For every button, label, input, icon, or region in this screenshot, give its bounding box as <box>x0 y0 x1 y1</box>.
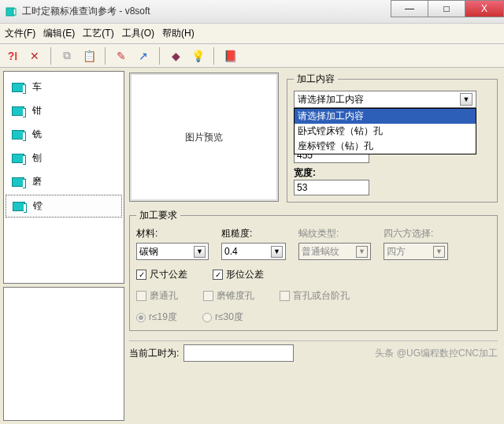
group-legend: 加工要求 <box>136 209 180 222</box>
nav-item-lathe[interactable]: 车 <box>6 76 122 98</box>
book-icon[interactable]: ◆ <box>166 46 185 65</box>
book-icon <box>12 154 24 163</box>
chevron-down-icon: ▼ <box>271 246 283 258</box>
minimize-button[interactable]: — <box>391 0 428 17</box>
roughness-label: 粗糙度: <box>221 227 286 240</box>
app-icon <box>5 6 17 18</box>
current-time-label: 当前工时为: <box>129 347 179 360</box>
watermark-text: 头条 @UG编程数控CNC加工 <box>375 347 498 360</box>
nav-item-bench[interactable]: 钳 <box>6 100 122 121</box>
group-legend: 加工内容 <box>294 73 338 86</box>
thread-type-combo: 普通蜗纹▼ <box>298 243 371 260</box>
combo-value: 请选择加工内容 <box>298 93 364 106</box>
nav-item-grind[interactable]: 磨 <box>6 171 122 192</box>
copy-icon[interactable]: ⧉ <box>57 46 76 65</box>
book-icon <box>12 130 24 139</box>
separator-icon <box>213 47 214 65</box>
svg-rect-1 <box>13 9 16 15</box>
paste-icon[interactable]: 📋 <box>80 46 98 65</box>
bulb-icon[interactable]: 💡 <box>188 46 207 65</box>
separator-icon <box>105 47 106 65</box>
combo-dropdown: 请选择加工内容 卧式镗床镗（钻）孔 座标镗镗（钻）孔 <box>294 108 476 154</box>
taper-hole-checkbox: 磨锥度孔 <box>203 289 254 303</box>
chevron-down-icon: ▼ <box>356 246 368 258</box>
nav-label: 镗 <box>33 199 43 213</box>
close-button[interactable]: X <box>465 0 504 17</box>
square-label: 四六方选择: <box>384 227 448 240</box>
current-time-input[interactable] <box>183 344 294 362</box>
through-hole-checkbox: 磨通孔 <box>136 289 178 303</box>
wand-icon[interactable]: ✎ <box>112 46 131 65</box>
checkbox-label: 磨通孔 <box>150 290 178 301</box>
processing-requirements-group: 加工要求 材料: 碳钢▼ 粗糙度: 0.4▼ 蜗纹类型: 普通蜗纹▼ 四六方选择… <box>129 209 498 331</box>
combo-option[interactable]: 卧式镗床镗（钻）孔 <box>295 124 476 139</box>
processing-content-combo[interactable]: 请选择加工内容 ▼ <box>294 91 476 108</box>
separator-icon <box>159 47 160 65</box>
info-panel <box>3 287 124 421</box>
combo-value: 碳钢 <box>139 245 158 258</box>
window-title: 工时定额标准查询参考 - v8soft <box>22 5 391 18</box>
checkbox-label: 尺寸公差 <box>150 269 187 280</box>
book-icon <box>13 202 25 211</box>
delete-icon[interactable]: ✕ <box>25 46 44 65</box>
checkbox-label: 磨锥度孔 <box>217 290 254 301</box>
combo-value: 普通蜗纹 <box>302 245 339 258</box>
nav-label: 车 <box>32 80 42 94</box>
menu-bar: 文件(F) 编辑(E) 工艺(T) 工具(O) 帮助(H) <box>0 24 504 44</box>
chevron-down-icon: ▼ <box>460 93 472 106</box>
input-value: 53 <box>297 182 307 193</box>
combo-value: 0.4 <box>224 246 238 257</box>
toolbar: ?⁞ ✕ ⧉ 📋 ✎ ↗ ◆ 💡 📕 <box>0 44 504 68</box>
menu-edit[interactable]: 编辑(E) <box>43 27 75 40</box>
processing-content-group: 加工内容 请选择加工内容 ▼ 请选择加工内容 卧式镗床镗（钻）孔 座标镗镗（钻）… <box>287 73 498 203</box>
nav-label: 铣 <box>32 128 42 141</box>
radio-label: r≤30度 <box>215 311 243 322</box>
image-preview: 图片预览 <box>129 73 279 202</box>
nav-label: 磨 <box>32 175 42 188</box>
nav-item-bore[interactable]: 镗 <box>6 195 122 218</box>
material-label: 材料: <box>136 227 209 240</box>
r19-radio: r≤19度 <box>136 311 177 324</box>
blind-hole-checkbox: 盲孔或台阶孔 <box>280 289 350 303</box>
menu-help[interactable]: 帮助(H) <box>162 27 195 40</box>
tune-icon[interactable]: ↗ <box>134 46 153 65</box>
nav-item-plane[interactable]: 刨 <box>6 147 122 169</box>
menu-file[interactable]: 文件(F) <box>5 27 35 40</box>
r30-radio: r≤30度 <box>202 311 243 324</box>
nav-label: 刨 <box>32 151 42 165</box>
width-input[interactable]: 53 <box>294 180 369 195</box>
dimension-tolerance-checkbox[interactable]: ✓尺寸公差 <box>136 268 187 281</box>
nav-label: 钳 <box>32 104 42 117</box>
help-icon[interactable]: ?⁞ <box>3 46 22 65</box>
chart-icon[interactable]: 📕 <box>220 46 239 65</box>
menu-craft[interactable]: 工艺(T) <box>83 27 113 40</box>
book-icon <box>12 83 24 92</box>
width-label: 宽度: <box>294 166 316 180</box>
roughness-combo[interactable]: 0.4▼ <box>221 243 286 260</box>
material-combo[interactable]: 碳钢▼ <box>136 243 209 260</box>
title-bar: 工时定额标准查询参考 - v8soft — □ X <box>0 0 504 24</box>
book-icon <box>12 177 24 187</box>
maximize-button[interactable]: □ <box>428 0 465 17</box>
chevron-down-icon: ▼ <box>433 246 445 258</box>
preview-label: 图片预览 <box>185 131 223 144</box>
combo-option[interactable]: 请选择加工内容 <box>295 109 476 124</box>
nav-tree: 车 钳 铣 刨 磨 镗 <box>3 71 124 284</box>
thread-label: 蜗纹类型: <box>298 227 371 240</box>
book-icon <box>12 106 24 116</box>
checkbox-label: 盲孔或台阶孔 <box>293 290 350 301</box>
chevron-down-icon: ▼ <box>194 246 206 258</box>
position-tolerance-checkbox[interactable]: ✓形位公差 <box>213 268 264 281</box>
square-select-combo: 四方▼ <box>384 243 448 260</box>
menu-tools[interactable]: 工具(O) <box>122 27 154 40</box>
nav-item-mill[interactable]: 铣 <box>6 124 122 145</box>
separator-icon <box>50 47 51 65</box>
combo-option[interactable]: 座标镗镗（钻）孔 <box>295 139 476 154</box>
radio-label: r≤19度 <box>149 311 177 322</box>
checkbox-label: 形位公差 <box>226 269 264 280</box>
combo-value: 四方 <box>387 245 406 258</box>
